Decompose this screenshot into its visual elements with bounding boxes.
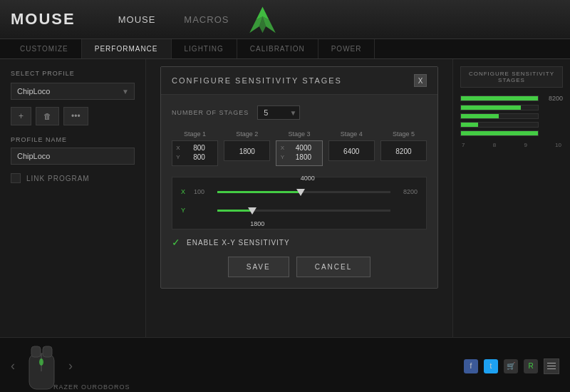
right-bar-fill-3 <box>461 114 499 118</box>
sub-nav: CUSTOMIZE PERFORMANCE LIGHTING CALIBRATI… <box>0 39 570 59</box>
razer-logo <box>243 4 282 36</box>
stage-1-y-row: Y <box>175 153 214 161</box>
stage-1-col: Stage 1 X Y <box>172 130 218 166</box>
top-nav: MOUSE MOUSE MACROS <box>0 0 570 39</box>
stage-3-y-input[interactable] <box>288 153 318 161</box>
right-bar-fill-5 <box>461 131 538 135</box>
brand-mouse: MOUSE <box>11 10 76 29</box>
right-bar-track-4 <box>460 122 539 128</box>
x-slider-fill <box>217 191 301 193</box>
x-slider-track[interactable] <box>217 191 390 193</box>
stage-4-col: Stage 4 <box>328 130 375 166</box>
num-stages-row: NUMBER OF STAGES 12345 ▼ <box>172 105 427 120</box>
more-options-button[interactable]: ••• <box>63 107 88 125</box>
sub-nav-lighting[interactable]: LIGHTING <box>172 39 237 58</box>
link-program-checkbox[interactable] <box>11 173 21 183</box>
svg-rect-4 <box>43 346 52 357</box>
slider-section: X 100 4000 8200 Y <box>172 177 427 229</box>
right-bar-row-2 <box>460 105 563 110</box>
stage-1-x-label: X <box>175 145 181 151</box>
stage-3-input-group: X Y <box>276 140 322 166</box>
stage-3-x-row: X <box>279 144 318 152</box>
stage-4-input-group <box>328 140 375 161</box>
x-slider-thumb[interactable] <box>296 189 305 196</box>
stage-3-col: Stage 3 X Y <box>276 130 322 166</box>
sub-nav-calibration[interactable]: CALIBRATION <box>237 39 318 58</box>
right-bar-fill-4 <box>461 123 478 127</box>
right-bar-fill-2 <box>461 105 521 110</box>
stage-5-input[interactable] <box>384 145 423 158</box>
stage-4-input[interactable] <box>332 145 371 158</box>
y-slider-track[interactable] <box>217 210 390 212</box>
right-bar-track-5 <box>460 130 539 136</box>
sensitivity-modal: CONFIGURE SENSITIVITY STAGES X NUMBER OF… <box>160 66 438 289</box>
trash-icon: 🗑 <box>43 112 51 120</box>
nav-macros[interactable]: MACROS <box>170 0 243 38</box>
profile-name-input[interactable] <box>11 148 135 165</box>
nav-next-arrow[interactable]: › <box>68 359 73 373</box>
stage-1-input-group: X Y <box>172 140 218 166</box>
stage-1-y-input[interactable] <box>184 153 214 161</box>
x-slider-min: 100 <box>194 188 212 195</box>
right-bar-track-1 <box>460 96 539 101</box>
svg-rect-3 <box>31 346 41 357</box>
right-bar-row-3 <box>460 113 563 119</box>
y-slider-fill <box>217 210 252 212</box>
right-bar-row-4 <box>460 122 563 128</box>
sub-nav-performance[interactable]: PERFORMANCE <box>82 39 172 58</box>
y-slider-container: 1800 <box>217 203 390 217</box>
scale-8: 8 <box>493 142 496 148</box>
shop-icon[interactable]: 🛒 <box>504 359 518 373</box>
link-program-row: LINK PROGRAM <box>11 173 135 183</box>
scale-10: 10 <box>555 142 561 148</box>
stage-5-col: Stage 5 <box>380 130 427 166</box>
hamburger-menu[interactable] <box>544 359 559 374</box>
y-axis-label: Y <box>181 207 188 214</box>
stage-1-x-input[interactable] <box>184 144 214 152</box>
delete-profile-button[interactable]: 🗑 <box>36 107 59 125</box>
x-slider-value: 4000 <box>301 175 315 182</box>
nav-prev-arrow[interactable]: ‹ <box>11 359 15 373</box>
bottom-right: f t 🛒 R <box>464 359 559 374</box>
nav-mouse[interactable]: MOUSE <box>104 0 170 38</box>
select-profile-label: SELECT PROFILE <box>11 70 135 77</box>
razer-social-icon[interactable]: R <box>524 359 538 373</box>
sub-nav-customize[interactable]: CUSTOMIZE <box>7 39 82 58</box>
stages-count-select[interactable]: 12345 <box>257 105 300 120</box>
y-slider-thumb[interactable] <box>248 207 256 215</box>
menu-line-2 <box>547 366 556 366</box>
cancel-button[interactable]: CANCEL <box>296 257 371 277</box>
add-profile-button[interactable]: + <box>11 107 31 125</box>
right-panel-title: CONFIGURE SENSITIVITY STAGES <box>460 66 563 88</box>
bottom-bar: ‹ › Razer Ouroboros f t 🛒 R <box>0 337 570 392</box>
modal-close-button[interactable]: X <box>414 74 427 87</box>
right-bar-track-3 <box>460 113 539 119</box>
right-bar-track-2 <box>460 105 539 110</box>
profile-name-label: PROFILE NAME <box>11 136 135 143</box>
right-bar-label-1: 8200 <box>542 95 563 102</box>
right-bar-row-5 <box>460 130 563 136</box>
enable-xy-row: ✓ ENABLE X-Y SENSITIVITY <box>172 237 427 248</box>
stage-5-label: Stage 5 <box>380 130 427 138</box>
num-stages-label: NUMBER OF STAGES <box>172 109 249 116</box>
twitter-icon[interactable]: t <box>484 359 498 373</box>
facebook-icon[interactable]: f <box>464 359 478 373</box>
main-area: SELECT PROFILE ChipLoco Profile 2 Profil… <box>0 59 570 337</box>
center-content: CONFIGURE SENSITIVITY STAGES X NUMBER OF… <box>146 59 452 337</box>
modal-header: CONFIGURE SENSITIVITY STAGES X <box>161 67 437 95</box>
stage-2-input-group <box>224 140 270 161</box>
save-button[interactable]: SAVE <box>228 257 289 277</box>
y-slider-row: Y 1800 <box>181 203 418 217</box>
sub-nav-power[interactable]: POWER <box>318 39 375 58</box>
y-slider-value: 1800 <box>250 220 264 227</box>
stage-2-label: Stage 2 <box>224 130 270 138</box>
menu-line-1 <box>547 363 556 363</box>
modal-title: CONFIGURE SENSITIVITY STAGES <box>172 76 342 85</box>
stage-1-x-row: X <box>175 144 214 152</box>
x-slider-max: 8200 <box>396 188 418 195</box>
stage-2-input[interactable] <box>227 145 266 158</box>
profile-select[interactable]: ChipLoco Profile 2 Profile 3 <box>11 83 135 100</box>
x-slider-row: X 100 4000 8200 <box>181 185 418 199</box>
stage-3-x-input[interactable] <box>288 144 318 152</box>
link-program-label: LINK PROGRAM <box>26 175 90 182</box>
